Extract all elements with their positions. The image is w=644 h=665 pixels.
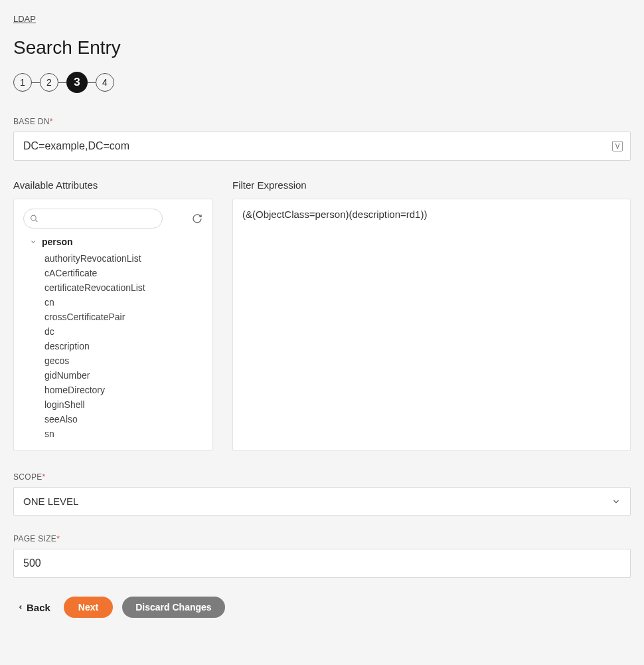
tree-item[interactable]: seeAlso xyxy=(44,412,202,427)
tree-root-label: person xyxy=(42,237,73,247)
scope-selected-value: ONE LEVEL xyxy=(23,496,78,507)
tree-item[interactable]: authorityRevocationList xyxy=(44,251,202,266)
tree-item[interactable]: loginShell xyxy=(44,397,202,412)
step-4[interactable]: 4 xyxy=(96,73,114,92)
page-title: Search Entry xyxy=(13,37,631,58)
tree-item[interactable]: description xyxy=(44,339,202,353)
tree-item[interactable]: homeDirectory xyxy=(44,383,202,397)
refresh-icon[interactable] xyxy=(192,213,202,224)
filter-expression-value: (&(ObjectClass=person)(description=rd1)) xyxy=(242,209,427,220)
next-button[interactable]: Next xyxy=(64,597,113,618)
page-size-label: PAGE SIZE* xyxy=(13,534,631,543)
attributes-panel: person authorityRevocationListcACertific… xyxy=(13,199,212,451)
svg-line-1 xyxy=(35,220,37,222)
scope-select[interactable]: ONE LEVEL xyxy=(13,487,631,516)
attribute-search-input[interactable] xyxy=(23,209,163,229)
step-connector xyxy=(58,82,66,83)
available-attributes-label: Available Attributes xyxy=(13,179,212,191)
step-1[interactable]: 1 xyxy=(13,73,32,92)
svg-point-0 xyxy=(31,215,37,221)
step-2[interactable]: 2 xyxy=(40,73,58,92)
filter-expression-panel[interactable]: (&(ObjectClass=person)(description=rd1)) xyxy=(232,199,631,451)
tree-item[interactable]: sn xyxy=(44,427,202,441)
search-icon xyxy=(30,215,39,223)
breadcrumb-ldap[interactable]: LDAP xyxy=(13,14,36,24)
back-button-label: Back xyxy=(27,602,50,613)
scope-label: SCOPE* xyxy=(13,472,631,482)
chevron-left-icon xyxy=(17,603,24,611)
discard-button[interactable]: Discard Changes xyxy=(122,597,224,618)
attribute-tree: person authorityRevocationListcACertific… xyxy=(23,237,202,441)
filter-expression-label: Filter Expression xyxy=(232,179,631,191)
chevron-down-icon xyxy=(30,238,37,245)
tree-item[interactable]: certificateRevocationList xyxy=(44,280,202,295)
tree-item[interactable]: gidNumber xyxy=(44,368,202,383)
stepper: 1234 xyxy=(13,72,631,93)
button-row: Back Next Discard Changes xyxy=(13,597,631,618)
tree-item[interactable]: crossCertificatePair xyxy=(44,310,202,324)
tree-item[interactable]: cn xyxy=(44,295,202,310)
step-connector xyxy=(88,82,96,83)
tree-item[interactable]: gecos xyxy=(44,353,202,368)
back-button[interactable]: Back xyxy=(13,598,54,617)
tree-item[interactable]: dc xyxy=(44,324,202,339)
base-dn-label: BASE DN* xyxy=(13,117,631,126)
base-dn-picker-icon[interactable]: V xyxy=(612,141,623,151)
step-3[interactable]: 3 xyxy=(66,72,88,93)
tree-root-person[interactable]: person xyxy=(30,237,202,247)
page-size-input[interactable] xyxy=(13,549,631,578)
tree-item[interactable]: cACertificate xyxy=(44,266,202,280)
step-connector xyxy=(32,82,40,83)
chevron-down-icon xyxy=(611,497,621,506)
base-dn-input[interactable] xyxy=(13,132,631,161)
